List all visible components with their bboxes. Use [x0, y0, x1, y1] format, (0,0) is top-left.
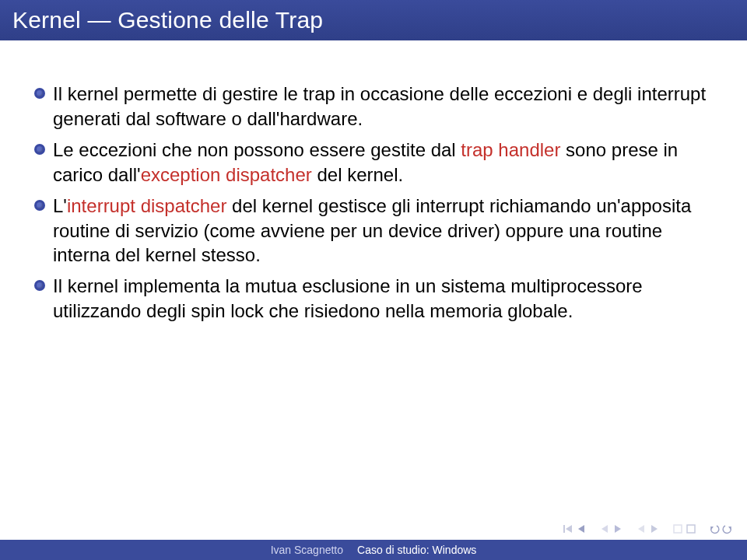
- nav-undo-icon: [709, 523, 720, 534]
- bullet-text: Il kernel implementa la mutua esclusione…: [53, 274, 707, 324]
- slide-body: Il kernel permette di gestire le trap in…: [34, 82, 707, 330]
- nav-section-prev-next[interactable]: [599, 523, 623, 534]
- nav-next-anim-icon: [686, 523, 696, 534]
- svg-marker-6: [651, 525, 658, 533]
- bullet-icon: [34, 88, 45, 99]
- nav-prev-section-icon: [599, 523, 610, 534]
- nav-subsection-prev-next[interactable]: [636, 523, 660, 534]
- title-bar: Kernel — Gestione delle Trap: [0, 0, 747, 40]
- bullet-text: L'interrupt dispatcher del kernel gestis…: [53, 194, 707, 268]
- svg-marker-4: [615, 525, 621, 533]
- bullet-icon: [34, 144, 45, 155]
- nav-next-sub-icon: [649, 523, 660, 534]
- footer-topic: Caso di studio: Windows: [357, 544, 476, 556]
- slide-title: Kernel — Gestione delle Trap: [12, 7, 323, 33]
- svg-rect-0: [563, 525, 565, 533]
- nav-bar: [0, 518, 747, 540]
- svg-marker-2: [578, 525, 584, 533]
- nav-next-section-icon: [612, 523, 623, 534]
- list-item: L'interrupt dispatcher del kernel gestis…: [34, 194, 707, 268]
- slide-root: Kernel — Gestione delle Trap Il kernel p…: [0, 0, 747, 560]
- nav-prev-icon: [576, 523, 587, 534]
- list-item: Le eccezioni che non possono essere gest…: [34, 138, 707, 187]
- list-item: Il kernel permette di gestire le trap in…: [34, 82, 707, 131]
- list-item: Il kernel implementa la mutua esclusione…: [34, 274, 707, 324]
- svg-marker-5: [638, 525, 644, 533]
- nav-anim-prev-next[interactable]: [672, 523, 696, 534]
- nav-first-icon: [563, 523, 573, 534]
- bullet-text: Il kernel permette di gestire le trap in…: [53, 82, 707, 131]
- bullet-icon: [34, 200, 45, 211]
- svg-rect-7: [674, 525, 682, 533]
- bullet-text: Le eccezioni che non possono essere gest…: [53, 138, 707, 187]
- nav-prev-anim-icon: [672, 523, 683, 534]
- nav-first-prev[interactable]: [563, 523, 587, 534]
- bullet-icon: [34, 280, 45, 291]
- svg-rect-8: [687, 525, 695, 533]
- nav-prev-sub-icon: [636, 523, 647, 534]
- svg-marker-1: [566, 525, 572, 533]
- svg-marker-3: [601, 525, 608, 533]
- footer-bar: Ivan Scagnetto Caso di studio: Windows: [0, 540, 747, 560]
- nav-back-forward[interactable]: [709, 523, 733, 534]
- footer-author: Ivan Scagnetto: [271, 544, 343, 556]
- nav-redo-icon: [722, 523, 733, 534]
